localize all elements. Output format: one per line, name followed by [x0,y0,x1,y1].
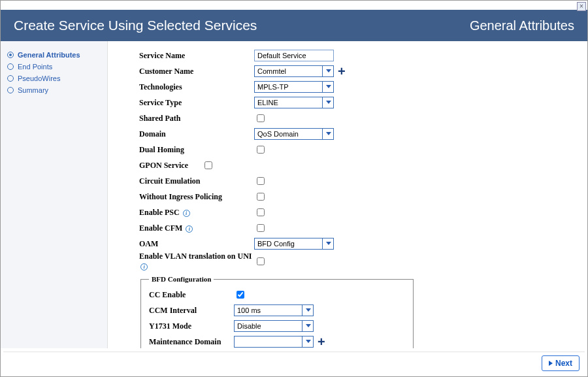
oam-select[interactable]: BFD Config [254,238,334,250]
y1731-mode-value: Disable [237,322,261,330]
next-label: Next [555,359,572,368]
chevron-down-icon [326,242,331,245]
nav-general-attributes[interactable]: General Attributes [7,49,101,61]
section-title: General Attributes [470,18,574,33]
ccm-interval-value: 100 ms [237,306,261,314]
label-enable-psc: Enable PSC i [139,208,254,218]
circuit-emulation-checkbox[interactable] [257,177,265,185]
label-service-name: Service Name [139,51,254,61]
chevron-down-icon [326,101,331,104]
add-maintenance-domain-button[interactable]: + [318,337,325,346]
label-customer-name: Customer Name [139,67,254,76]
customer-name-value: Commtel [257,67,286,75]
chevron-down-icon [306,340,311,343]
nav-label: PseudoWires [18,74,60,82]
enable-vlan-translation-checkbox[interactable] [257,257,265,265]
label-shared-path: Shared Path [139,114,254,123]
info-icon[interactable]: i [186,225,193,233]
shared-path-checkbox[interactable] [257,114,265,122]
label-service-type: Service Type [139,98,254,108]
enable-cfm-checkbox[interactable] [257,224,265,232]
without-ingress-policing-checkbox[interactable] [257,193,265,201]
chevron-down-icon [326,132,331,135]
chevron-down-icon [326,69,331,73]
label-cc-enable: CC Enable [149,290,234,300]
gpon-service-checkbox[interactable] [204,161,212,169]
dialog-header: Create Service Using Selected Services G… [1,10,587,41]
add-customer-button[interactable]: + [338,67,346,76]
chevron-down-icon [306,308,311,312]
info-icon[interactable]: i [183,210,190,217]
domain-select[interactable]: QoS Domain [254,128,334,140]
oam-value: BFD Config [257,240,295,248]
service-name-input[interactable] [254,50,334,61]
next-button[interactable]: Next [542,355,580,371]
service-type-select[interactable]: ELINE [254,97,334,108]
technologies-value: MPLS-TP [257,83,289,91]
maintenance-domain-select[interactable] [234,336,314,348]
label-maintenance-domain: Maintenance Domain [149,337,234,347]
nav-label: General Attributes [18,51,80,59]
bfd-legend: BFD Configuration [149,275,214,283]
bfd-configuration-group: BFD Configuration CC Enable CCM Interval… [140,275,414,348]
label-dual-homing: Dual Homing [139,145,254,155]
enable-psc-checkbox[interactable] [257,208,265,216]
customer-name-select[interactable]: Commtel [254,65,334,77]
radio-icon [7,87,14,93]
form-panel: Service Name Customer Name Commtel + Tec… [108,41,587,348]
close-icon[interactable]: × [577,2,586,11]
radio-icon [7,52,14,58]
cc-enable-checkbox[interactable] [237,291,244,299]
dialog-footer: Next [3,352,585,374]
label-technologies: Technologies [139,82,254,92]
dual-homing-checkbox[interactable] [257,146,265,154]
label-enable-vlan-translation: Enable VLAN translation on UNI i [139,252,254,271]
nav-label: End Points [18,63,52,71]
domain-value: QoS Domain [257,130,299,138]
radio-icon [7,75,14,82]
ccm-interval-select[interactable]: 100 ms [234,304,314,316]
radio-icon [7,63,14,70]
dialog-title: Create Service Using Selected Services [14,18,257,33]
nav-pseudowires[interactable]: PseudoWires [7,73,101,84]
y1731-mode-select[interactable]: Disable [234,320,314,332]
technologies-select[interactable]: MPLS-TP [254,81,334,93]
chevron-down-icon [306,324,311,327]
label-gpon-service: GPON Service [139,161,202,171]
wizard-sidebar: General Attributes End Points PseudoWire… [1,41,108,348]
label-without-ingress-policing: Without Ingress Policing [139,192,254,202]
label-enable-cfm: Enable CFM i [139,223,254,233]
nav-end-points[interactable]: End Points [7,61,101,73]
label-y1731-mode: Y1731 Mode [149,321,234,331]
label-oam: OAM [139,239,254,249]
label-domain: Domain [139,129,254,139]
label-circuit-emulation: Circuit Emulation [139,176,254,186]
nav-summary[interactable]: Summary [7,84,101,96]
info-icon[interactable]: i [140,263,148,270]
arrow-right-icon [549,361,553,366]
label-ccm-interval: CCM Interval [149,306,234,316]
nav-label: Summary [18,86,48,94]
chevron-down-icon [326,85,331,88]
service-type-value: ELINE [257,99,278,107]
